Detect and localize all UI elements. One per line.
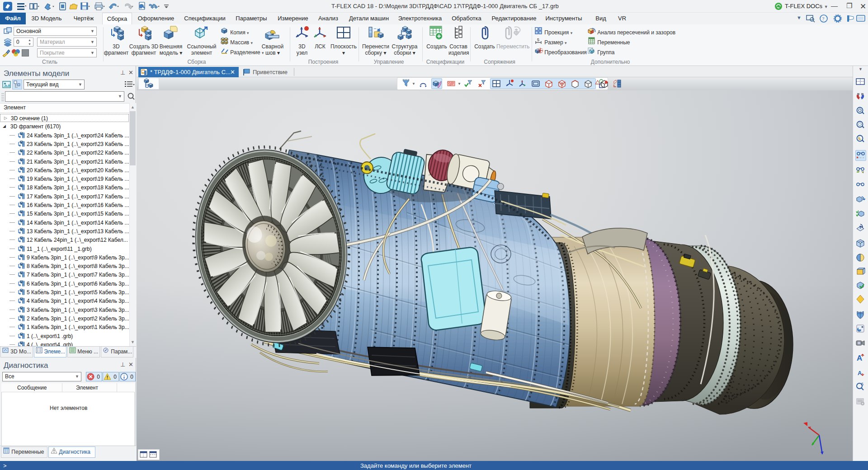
svg-text:?: ?: [822, 16, 825, 21]
svg-text:5: 5: [537, 38, 539, 42]
svg-text:5: 5: [861, 382, 863, 386]
svg-text:A: A: [858, 370, 862, 376]
